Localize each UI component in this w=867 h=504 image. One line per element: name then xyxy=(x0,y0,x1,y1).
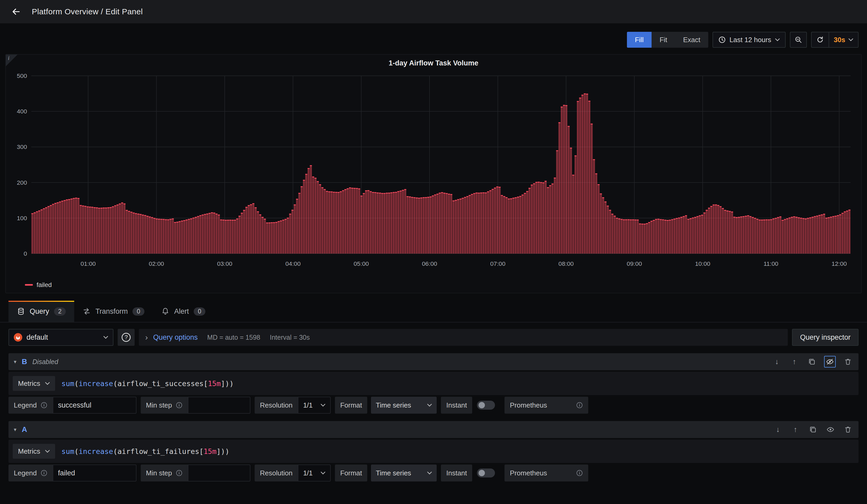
query-expression[interactable]: sum(increase(airflow_ti_successes[15m])) xyxy=(62,379,854,388)
query-state-label: Disabled xyxy=(32,358,58,366)
svg-text:400: 400 xyxy=(17,108,27,115)
min-step-input[interactable] xyxy=(188,397,250,414)
clock-icon xyxy=(718,36,726,43)
time-range-picker[interactable]: Last 12 hours xyxy=(713,32,786,48)
refresh-interval-dropdown[interactable]: 30s xyxy=(828,32,858,47)
info-icon xyxy=(176,470,183,476)
collapse-caret-icon[interactable]: ▾ xyxy=(14,358,17,365)
toggle-query-visibility-button[interactable] xyxy=(824,356,836,367)
metrics-label: Metrics xyxy=(18,379,40,388)
metrics-dropdown[interactable]: Metrics xyxy=(13,444,55,459)
min-step-option: Min step xyxy=(141,397,250,414)
query-header[interactable]: ▾ A ↓ ↑ xyxy=(9,421,858,438)
instant-toggle[interactable] xyxy=(477,469,495,478)
remove-query-button[interactable] xyxy=(843,424,853,435)
resolution-option: Resolution 1/1 xyxy=(255,397,331,414)
trash-icon xyxy=(844,358,852,366)
chevron-down-icon xyxy=(321,404,325,407)
move-query-down-button[interactable]: ↓ xyxy=(772,356,782,367)
copy-icon xyxy=(809,426,817,433)
tab-label: Transform xyxy=(95,307,128,315)
tab-transform[interactable]: Transform 0 xyxy=(74,301,153,322)
toggle-query-visibility-button[interactable] xyxy=(825,424,836,435)
tab-alert[interactable]: Alert 0 xyxy=(153,301,214,322)
collapse-caret-icon[interactable]: ▾ xyxy=(14,426,17,433)
query-actions: ↓ ↑ xyxy=(772,356,853,367)
interval-summary: Interval = 30s xyxy=(270,334,310,341)
bell-icon xyxy=(161,307,169,315)
query-options-row: Legend Min step Resolution 1/1 Format Ti… xyxy=(9,397,858,414)
refresh-interval-label: 30s xyxy=(834,36,845,44)
refresh-button[interactable] xyxy=(812,32,828,47)
resolution-select[interactable]: 1/1 xyxy=(298,464,331,482)
back-button[interactable] xyxy=(8,3,24,20)
chevron-down-icon xyxy=(848,38,853,41)
chart-svg[interactable]: 010020030040050001:0002:0003:0004:0005:0… xyxy=(10,69,857,279)
svg-text:10:00: 10:00 xyxy=(695,260,710,267)
legend-option-label: Legend xyxy=(14,469,37,477)
legend-option-label: Legend xyxy=(14,401,37,409)
legend-input[interactable] xyxy=(53,464,137,482)
svg-text:300: 300 xyxy=(17,143,27,150)
legend-label-failed[interactable]: failed xyxy=(36,281,52,289)
instant-option-label: Instant xyxy=(446,401,467,409)
tab-query[interactable]: Query 2 xyxy=(9,301,74,322)
help-icon: ? xyxy=(122,333,131,342)
resolution-option: Resolution 1/1 xyxy=(255,464,331,482)
display-mode-fit[interactable]: Fit xyxy=(652,32,675,48)
datasource-help-button[interactable]: ? xyxy=(118,329,135,346)
tab-count-badge: 0 xyxy=(132,307,144,315)
datasource-option-label: Prometheus xyxy=(510,469,547,477)
remove-query-button[interactable] xyxy=(843,356,853,367)
instant-toggle[interactable] xyxy=(477,401,495,410)
svg-text:07:00: 07:00 xyxy=(490,260,505,267)
page-title: Platform Overview / Edit Panel xyxy=(32,7,143,16)
metrics-dropdown[interactable]: Metrics xyxy=(13,376,55,391)
eye-icon xyxy=(826,426,834,433)
move-query-down-button[interactable]: ↓ xyxy=(773,424,783,435)
min-step-input[interactable] xyxy=(188,464,250,482)
svg-text:02:00: 02:00 xyxy=(149,260,164,267)
display-mode-fill[interactable]: Fill xyxy=(627,32,652,48)
query-options-bar[interactable]: › Query options MD = auto = 1598 Interva… xyxy=(139,329,788,346)
datasource-picker[interactable]: default xyxy=(9,329,114,346)
display-mode-exact[interactable]: Exact xyxy=(675,32,708,48)
chevron-right-icon: › xyxy=(145,333,148,341)
query-editor: Metrics sum(increase(airflow_ti_successe… xyxy=(9,372,858,395)
svg-text:08:00: 08:00 xyxy=(559,260,574,267)
legend-input[interactable] xyxy=(53,397,137,414)
resolution-select[interactable]: 1/1 xyxy=(298,397,331,414)
refresh-control: 30s xyxy=(811,32,858,48)
panel-info-corner[interactable]: i xyxy=(6,55,18,66)
legend-swatch-failed xyxy=(25,284,33,286)
min-step-option: Min step xyxy=(141,464,250,482)
refresh-icon xyxy=(816,36,824,43)
zoom-out-button[interactable] xyxy=(790,32,807,48)
svg-text:12:00: 12:00 xyxy=(832,260,847,267)
svg-text:05:00: 05:00 xyxy=(354,260,369,267)
query-header[interactable]: ▾ B Disabled ↓ ↑ xyxy=(9,353,858,370)
move-query-up-button[interactable]: ↑ xyxy=(790,424,801,435)
format-select[interactable]: Time series xyxy=(371,464,437,482)
chevron-down-icon xyxy=(427,404,432,407)
query-inspector-button[interactable]: Query inspector xyxy=(792,329,858,346)
svg-text:09:00: 09:00 xyxy=(627,260,642,267)
tab-count-badge: 0 xyxy=(194,307,206,315)
datasource-option-label: Prometheus xyxy=(510,401,547,409)
duplicate-query-button[interactable] xyxy=(806,356,817,367)
query-expression[interactable]: sum(increase(airflow_ti_failures[15m])) xyxy=(62,447,854,455)
svg-text:500: 500 xyxy=(17,72,27,79)
resolution-option-label: Resolution xyxy=(260,401,292,409)
format-option: Format Time series xyxy=(335,464,437,482)
query-options-row: Legend Min step Resolution 1/1 Format Ti… xyxy=(9,464,858,482)
svg-text:06:00: 06:00 xyxy=(422,260,437,267)
min-step-option-label: Min step xyxy=(146,469,172,477)
format-select[interactable]: Time series xyxy=(371,397,437,414)
copy-icon xyxy=(808,358,816,366)
duplicate-query-button[interactable] xyxy=(807,424,818,435)
format-option: Format Time series xyxy=(335,397,437,414)
svg-text:03:00: 03:00 xyxy=(217,260,232,267)
move-query-up-button[interactable]: ↑ xyxy=(789,356,800,367)
legend-option: Legend xyxy=(9,397,137,414)
datasource-name: default xyxy=(26,333,99,342)
